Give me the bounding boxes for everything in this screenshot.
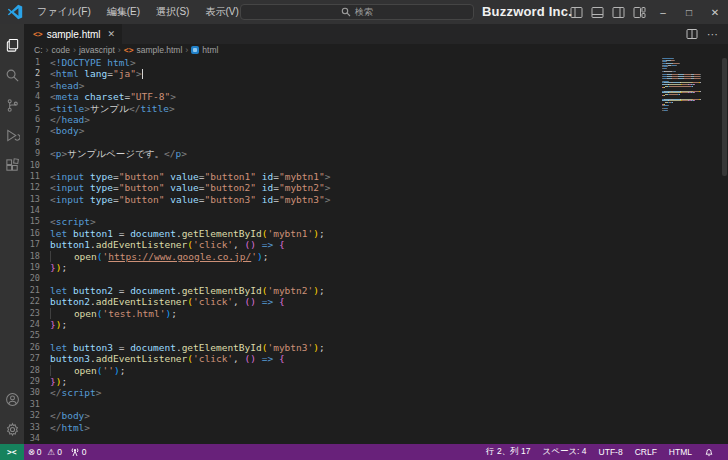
layout-panel-icon[interactable] [591,6,604,19]
close-button[interactable]: ✕ [702,0,728,24]
code-line[interactable]: 16let button1 = document.getElementById(… [24,228,728,239]
breadcrumb-file[interactable]: sample.html [136,45,182,55]
line-number: 3 [24,80,50,91]
extensions-icon[interactable] [0,150,24,180]
code-line[interactable]: 1<!DOCTYPE html> [24,57,728,68]
line-number: 33 [24,422,50,433]
code-line[interactable]: 3<head> [24,80,728,91]
account-icon[interactable] [0,384,24,414]
line-number: 16 [24,228,50,239]
code-line[interactable]: 17button1.addEventListener('click', () =… [24,239,728,250]
code-line[interactable]: 18 open('https://www.google.co.jp/'); [24,251,728,262]
code-line[interactable]: 13<input type="button" value="button3" i… [24,194,728,205]
menu-selection[interactable]: 選択(S) [148,2,197,22]
line-number: 30 [24,387,50,398]
code-line[interactable]: 22button2.addEventListener('click', () =… [24,296,728,307]
code-line[interactable]: 24}); [24,319,728,330]
source-control-icon[interactable] [0,90,24,120]
code-line[interactable]: 31 [24,399,728,410]
line-number: 28 [24,365,50,376]
code-editor[interactable]: 1<!DOCTYPE html>2<html lang="ja">3<head>… [24,56,728,444]
code-line[interactable]: 29}); [24,376,728,387]
code-line[interactable]: 28 open(''); [24,365,728,376]
minimap[interactable] [662,58,724,113]
code-line[interactable]: 26let button3 = document.getElementById(… [24,342,728,353]
search-placeholder: 検索 [355,6,373,19]
split-editor-icon[interactable] [686,28,698,40]
code-line[interactable]: 34 [24,433,728,444]
layout-customize-icon[interactable] [633,6,646,19]
tab-close-icon[interactable]: ✕ [108,29,116,39]
indentation-setting[interactable]: スペース: 4 [537,444,593,460]
code-line[interactable]: 14 [24,205,728,216]
code-line[interactable]: 11<input type="button" value="button1" i… [24,171,728,182]
layout-sidebar-right-icon[interactable] [612,6,625,19]
settings-gear-icon[interactable] [0,414,24,444]
line-number: 2 [24,68,50,79]
layout-sidebar-icon[interactable] [570,6,583,19]
line-number: 22 [24,296,50,307]
notifications-bell[interactable] [698,444,720,460]
code-line[interactable]: 9<p>サンプルページです。</p> [24,148,728,159]
chevron-right-icon: › [46,45,49,55]
warning-icon: ⚠ [48,448,56,457]
ports-indicator[interactable]: 0 [66,444,91,460]
breadcrumb-folder-code[interactable]: code [52,45,70,55]
code-line[interactable]: 20 [24,273,728,284]
code-line[interactable]: 32</body> [24,410,728,421]
code-line[interactable]: 12<input type="button" value="button2" i… [24,182,728,193]
run-debug-icon[interactable] [0,120,24,150]
line-number: 20 [24,273,50,284]
breadcrumb-symbol[interactable]: html [202,45,218,55]
line-number: 6 [24,114,50,125]
code-line[interactable]: 4<meta charset="UTF-8"> [24,91,728,102]
code-line[interactable]: 21let button2 = document.getElementById(… [24,285,728,296]
menu-file[interactable]: ファイル(F) [29,2,99,22]
line-number: 13 [24,194,50,205]
bell-icon [704,447,714,457]
line-number: 9 [24,148,50,159]
window-title: Buzzword Inc. [482,0,572,24]
status-bar: >< ⊗ 0 ⚠ 0 0 行 2、列 17 スペース: 4 UTF-8 CRLF… [0,444,728,460]
code-line[interactable]: 19}); [24,262,728,273]
line-number: 8 [24,137,50,148]
vscode-logo-icon [7,4,23,20]
line-number: 19 [24,262,50,273]
code-line[interactable]: 10 [24,160,728,171]
search-sidebar-icon[interactable] [0,60,24,90]
cursor-position[interactable]: 行 2、列 17 [480,444,536,460]
command-center-search[interactable]: 検索 [240,4,474,20]
eol-setting[interactable]: CRLF [629,444,663,460]
problems-indicator[interactable]: ⊗ 0 ⚠ 0 [24,444,66,460]
minimize-button[interactable]: – [650,0,676,24]
remote-icon: >< [7,448,17,457]
maximize-button[interactable]: □ [676,0,702,24]
code-line[interactable]: 30</script> [24,387,728,398]
language-mode[interactable]: HTML [663,444,698,460]
code-line[interactable]: 25 [24,330,728,341]
error-count: 0 [37,447,42,457]
breadcrumb-drive[interactable]: C: [34,45,43,55]
vertical-scrollbar[interactable] [722,58,727,176]
title-bar: ファイル(F) 編集(E) 選択(S) 表示(V) ⋯ ← → 検索 Buzzw… [0,0,728,24]
tab-sample-html[interactable]: <> sample.html ✕ [24,24,122,44]
line-number: 34 [24,433,50,444]
code-line[interactable]: 7<body> [24,125,728,136]
code-line[interactable]: 5<title>サンプル</title> [24,103,728,114]
line-number: 26 [24,342,50,353]
menu-edit[interactable]: 編集(E) [99,2,148,22]
code-line[interactable]: 6</head> [24,114,728,125]
radio-tower-icon [70,447,80,457]
encoding-setting[interactable]: UTF-8 [593,444,629,460]
code-line[interactable]: 8 [24,137,728,148]
code-line[interactable]: 2<html lang="ja"> [24,68,728,79]
line-number: 18 [24,251,50,262]
code-line[interactable]: 33</html> [24,422,728,433]
code-line[interactable]: 15<script> [24,216,728,227]
explorer-icon[interactable] [0,30,24,60]
more-actions-icon[interactable]: ⋯ [707,28,719,41]
code-line[interactable]: 23 open('test.html'); [24,308,728,319]
code-line[interactable]: 27button3.addEventListener('click', () =… [24,353,728,364]
breadcrumb-folder-javascript[interactable]: javascript [79,45,115,55]
remote-indicator[interactable]: >< [0,444,24,460]
